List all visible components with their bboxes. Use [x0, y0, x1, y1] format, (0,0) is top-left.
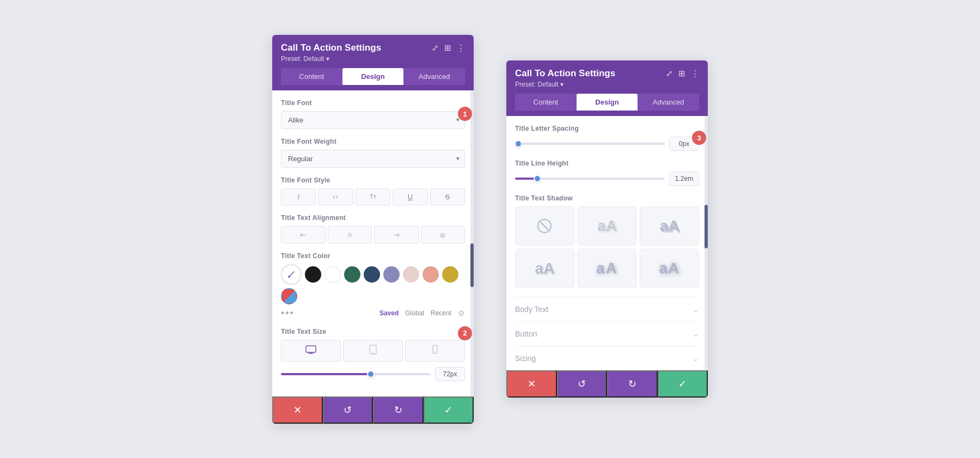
color-red[interactable]: [281, 288, 297, 304]
tab-design-left[interactable]: Design: [342, 68, 404, 85]
shadow-options-grid: aA aA aA aA aA: [515, 206, 699, 288]
undo-btn-right[interactable]: ↺: [557, 370, 608, 398]
letter-spacing-slider-row: 0px: [515, 137, 699, 151]
title-font-style-buttons: I TT TT U S: [281, 188, 465, 205]
color-green[interactable]: [344, 266, 360, 283]
title-text-alignment-group: Title Text Alignment ⇤ ≡ ⇥ ≣: [281, 214, 465, 243]
color-tab-recent[interactable]: Recent: [431, 309, 451, 317]
color-pink-light[interactable]: [403, 266, 419, 283]
body-text-section[interactable]: Body Text ⌄: [515, 297, 699, 321]
align-justify-btn[interactable]: ≣: [421, 226, 465, 243]
title-font-weight-select[interactable]: Regular: [281, 150, 465, 168]
align-center-btn[interactable]: ≡: [328, 226, 372, 243]
svg-rect-1: [306, 346, 316, 352]
redo-btn-right[interactable]: ↻: [607, 370, 658, 398]
undo-btn-left[interactable]: ↺: [323, 396, 373, 424]
button-section[interactable]: Button ⌄: [515, 321, 699, 346]
line-height-slider-track[interactable]: [515, 178, 665, 180]
line-height-value[interactable]: 1.2em: [669, 172, 699, 186]
scrollbar-thumb-right[interactable]: [705, 205, 708, 248]
color-tab-global[interactable]: Global: [405, 309, 424, 317]
shadow-preview-2: aA: [660, 217, 679, 235]
letter-spacing-thumb[interactable]: [514, 140, 522, 148]
save-btn-left[interactable]: ✓: [424, 396, 474, 424]
color-tabs: Saved Global Recent ⚙: [379, 309, 465, 317]
right-panel: Call To Action Settings ⤢ ⊞ ⋮ Preset: De…: [506, 60, 708, 398]
color-black[interactable]: [305, 266, 321, 283]
eyedropper-btn[interactable]: [281, 264, 302, 285]
title-font-weight-select-wrapper: Regular ▾: [281, 150, 465, 168]
align-right-btn[interactable]: ⇥: [374, 226, 419, 243]
color-gold[interactable]: [442, 266, 458, 283]
tab-content-right[interactable]: Content: [515, 94, 577, 111]
color-more-row: ••• Saved Global Recent ⚙: [281, 308, 465, 319]
right-panel-preset[interactable]: Preset: Default ▾: [515, 81, 699, 88]
shadow-option-3[interactable]: aA: [515, 249, 574, 288]
redo-btn-left[interactable]: ↻: [373, 396, 424, 424]
right-panel-body: Title Letter Spacing 0px 3 Title Line He…: [506, 116, 708, 370]
title-letter-spacing-group: Title Letter Spacing 0px 3: [515, 125, 699, 151]
title-font-group: Title Font Alike ▾ 1: [281, 99, 465, 129]
scrollbar-track: [470, 90, 474, 396]
sizing-section[interactable]: Sizing ⌄: [515, 346, 699, 370]
style-caps-btn[interactable]: TT: [318, 188, 353, 205]
tab-advanced-right[interactable]: Advanced: [638, 94, 699, 111]
screen-resize-icon[interactable]: ⤢: [432, 43, 439, 53]
columns-icon-right[interactable]: ⊞: [678, 69, 685, 78]
tab-design-right[interactable]: Design: [577, 94, 638, 111]
color-settings-icon[interactable]: ⚙: [458, 309, 465, 317]
color-white[interactable]: [324, 266, 341, 283]
title-line-height-label: Title Line Height: [515, 160, 699, 167]
scrollbar-thumb[interactable]: [470, 243, 474, 287]
tab-advanced-left[interactable]: Advanced: [403, 68, 465, 85]
left-panel-footer: ✕ ↺ ↻ ✓: [272, 396, 474, 424]
right-panel-tabs: Content Design Advanced: [515, 94, 699, 111]
title-font-style-label: Title Font Style: [281, 176, 465, 184]
screen-resize-icon-right[interactable]: ⤢: [666, 69, 673, 78]
left-panel-preset[interactable]: Preset: Default ▾: [281, 55, 465, 63]
cancel-btn-right[interactable]: ✕: [506, 370, 557, 398]
more-vert-icon-right[interactable]: ⋮: [691, 69, 699, 78]
shadow-option-1[interactable]: aA: [578, 206, 637, 246]
color-swatches-row: [281, 264, 465, 304]
tab-content-left[interactable]: Content: [281, 68, 342, 85]
more-vert-icon[interactable]: ⋮: [457, 43, 465, 53]
title-size-slider-fill: [281, 373, 371, 375]
device-mobile-btn[interactable]: [405, 340, 465, 362]
color-salmon[interactable]: [422, 266, 439, 283]
device-tablet-btn[interactable]: [343, 340, 403, 362]
shadow-option-4[interactable]: aA: [578, 249, 637, 288]
line-height-thumb[interactable]: [534, 175, 541, 182]
title-size-value[interactable]: 72px: [435, 367, 465, 381]
more-colors-btn[interactable]: •••: [281, 308, 295, 319]
shadow-option-5[interactable]: aA: [640, 249, 699, 288]
sizing-label: Sizing: [515, 354, 536, 363]
align-left-btn[interactable]: ⇤: [281, 226, 326, 243]
save-btn-right[interactable]: ✓: [658, 370, 708, 398]
left-panel-title: Call To Action Settings: [281, 42, 381, 53]
cancel-btn-left[interactable]: ✕: [272, 396, 323, 424]
style-small-caps-btn[interactable]: TT: [356, 188, 390, 205]
title-font-select[interactable]: Alike: [281, 111, 465, 129]
color-lavender[interactable]: [383, 266, 400, 283]
shadow-preview-1: aA: [597, 217, 617, 235]
shadow-preview-4: aA: [596, 260, 618, 277]
svg-point-3: [372, 352, 373, 353]
svg-point-5: [434, 352, 436, 353]
title-size-slider-track[interactable]: [281, 373, 431, 375]
left-panel-header-icons: ⤢ ⊞ ⋮: [432, 43, 465, 53]
title-size-slider-thumb[interactable]: [367, 370, 375, 378]
columns-icon[interactable]: ⊞: [444, 43, 451, 53]
color-tab-saved[interactable]: Saved: [379, 309, 399, 317]
style-italic-btn[interactable]: I: [281, 188, 316, 205]
left-panel: Call To Action Settings ⤢ ⊞ ⋮ Preset: De…: [272, 35, 474, 424]
style-strikethrough-btn[interactable]: S: [430, 188, 465, 205]
shadow-none-option[interactable]: [515, 206, 574, 246]
title-line-height-group: Title Line Height 1.2em: [515, 160, 699, 186]
letter-spacing-slider-track[interactable]: [515, 143, 665, 145]
device-desktop-btn[interactable]: [281, 340, 341, 362]
title-text-color-group: Title Text Color •••: [281, 252, 465, 319]
style-underline-btn[interactable]: U: [393, 188, 427, 205]
shadow-option-2[interactable]: aA: [640, 206, 699, 246]
color-navy[interactable]: [364, 266, 380, 283]
